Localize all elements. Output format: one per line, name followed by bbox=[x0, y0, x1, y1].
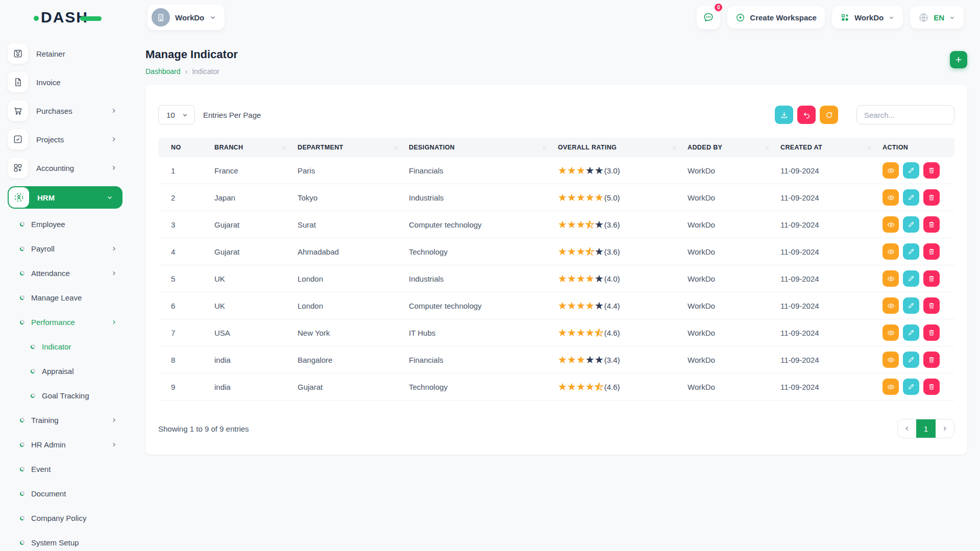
sidebar-item-system-setup[interactable]: System Setup bbox=[8, 530, 122, 551]
table-header-row: NO BRANCH↑↓ DEPARTMENT↑↓ DESIGNATION↑↓ O… bbox=[158, 138, 954, 157]
sort-icon[interactable]: ↑↓ bbox=[282, 145, 285, 151]
page-number-button[interactable]: 1 bbox=[916, 419, 936, 438]
delete-button[interactable] bbox=[923, 324, 940, 341]
table-row: 8 india Bangalore Financials ★★★★★ (3.4)… bbox=[158, 346, 954, 373]
view-button[interactable] bbox=[883, 297, 899, 314]
view-button[interactable] bbox=[883, 216, 899, 233]
view-button[interactable] bbox=[883, 270, 899, 287]
breadcrumb-dashboard-link[interactable]: Dashboard bbox=[145, 67, 181, 76]
header-branch[interactable]: BRANCH↑↓ bbox=[214, 144, 298, 151]
sidebar-item-invoice[interactable]: Invoice bbox=[8, 72, 122, 92]
sidebar-item-indicator[interactable]: Indicator bbox=[8, 334, 122, 359]
breadcrumb-current: Indicator bbox=[192, 67, 219, 76]
view-button[interactable] bbox=[883, 162, 899, 179]
sidebar-item-goal-tracking[interactable]: Goal Tracking bbox=[8, 383, 122, 408]
edit-button[interactable] bbox=[903, 352, 919, 368]
edit-button[interactable] bbox=[903, 297, 919, 314]
edit-button[interactable] bbox=[903, 162, 919, 179]
delete-button[interactable] bbox=[923, 162, 940, 179]
delete-button[interactable] bbox=[923, 352, 940, 368]
cell-added-by: WorkDo bbox=[688, 329, 780, 337]
sidebar-item-employee[interactable]: Employee bbox=[8, 212, 122, 236]
pencil-icon bbox=[907, 302, 915, 310]
edit-button[interactable] bbox=[903, 324, 919, 341]
entries-per-page-label: Entries Per Page bbox=[203, 111, 261, 119]
view-button[interactable] bbox=[883, 352, 899, 368]
view-button[interactable] bbox=[883, 379, 899, 395]
edit-button[interactable] bbox=[903, 270, 919, 287]
search-input[interactable] bbox=[856, 105, 954, 124]
sidebar-item-attendance[interactable]: Attendance bbox=[8, 261, 122, 285]
sort-icon[interactable]: ↑↓ bbox=[543, 145, 546, 151]
edit-button[interactable] bbox=[903, 189, 919, 206]
cell-created-at: 11-09-2024 bbox=[780, 302, 883, 310]
sort-icon[interactable]: ↑↓ bbox=[867, 145, 870, 151]
breadcrumb-separator-icon: › bbox=[185, 67, 188, 76]
table-row: 3 Gujarat Surat Computer technology ★★★★… bbox=[158, 211, 954, 238]
sidebar-item-company-policy[interactable]: Company Policy bbox=[8, 506, 122, 530]
header-created-at[interactable]: CREATED AT↑↓ bbox=[780, 144, 883, 151]
cell-created-at: 11-09-2024 bbox=[780, 329, 883, 337]
sidebar-item-document[interactable]: Document bbox=[8, 481, 122, 506]
view-button[interactable] bbox=[883, 243, 899, 260]
sort-icon[interactable]: ↑↓ bbox=[394, 145, 397, 151]
edit-button[interactable] bbox=[903, 379, 919, 395]
refresh-button[interactable] bbox=[820, 106, 838, 124]
export-button[interactable] bbox=[775, 106, 793, 124]
next-page-button[interactable] bbox=[936, 419, 954, 438]
sort-icon[interactable]: ↑↓ bbox=[765, 145, 768, 151]
bullet-icon bbox=[20, 320, 24, 324]
header-no: NO bbox=[158, 144, 214, 151]
sidebar-item-appraisal[interactable]: Appraisal bbox=[8, 359, 122, 383]
sidebar-item-manage-leave[interactable]: Manage Leave bbox=[8, 285, 122, 310]
sidebar-item-payroll[interactable]: Payroll bbox=[8, 236, 122, 261]
create-workspace-button[interactable]: Create Workspace bbox=[727, 6, 825, 29]
pencil-icon bbox=[907, 247, 915, 256]
delete-button[interactable] bbox=[923, 297, 940, 314]
header-added-by[interactable]: ADDED BY↑↓ bbox=[688, 144, 780, 151]
sidebar-item-accounting[interactable]: Accounting bbox=[8, 158, 122, 178]
view-button[interactable] bbox=[883, 324, 899, 341]
cell-overall-rating: ★★★★★★ (3.6) bbox=[558, 219, 688, 230]
sidebar-item-event[interactable]: Event bbox=[8, 457, 122, 481]
bullet-icon bbox=[20, 540, 24, 545]
pencil-icon bbox=[907, 383, 915, 391]
cell-designation: Technology bbox=[409, 383, 558, 391]
add-indicator-button[interactable] bbox=[950, 51, 967, 68]
view-button[interactable] bbox=[883, 189, 899, 206]
bullet-icon bbox=[20, 246, 24, 251]
workspace-menu-button[interactable]: WorkDo bbox=[832, 6, 903, 29]
messages-button[interactable]: 0 bbox=[697, 6, 720, 29]
previous-page-button[interactable] bbox=[898, 419, 916, 438]
sidebar-item-training[interactable]: Training bbox=[8, 408, 122, 432]
delete-button[interactable] bbox=[923, 243, 940, 260]
header-designation[interactable]: DESIGNATION↑↓ bbox=[409, 144, 558, 151]
cell-added-by: WorkDo bbox=[688, 302, 780, 310]
language-selector[interactable]: EN bbox=[910, 6, 964, 29]
sidebar-item-hr-admin[interactable]: HR Admin bbox=[8, 432, 122, 457]
delete-button[interactable] bbox=[923, 379, 940, 395]
header-overall-rating[interactable]: OVERALL RATING↑↓ bbox=[558, 144, 688, 151]
chevron-down-icon bbox=[888, 14, 895, 21]
sort-icon[interactable]: ↑↓ bbox=[672, 145, 675, 151]
undo-arrow-icon bbox=[802, 111, 811, 119]
sidebar-item-hrm[interactable]: HRM bbox=[8, 186, 122, 209]
sidebar-item-retainer[interactable]: Retainer bbox=[8, 43, 122, 64]
logo[interactable]: DASH bbox=[0, 9, 148, 26]
delete-button[interactable] bbox=[923, 216, 940, 233]
cell-department: Bangalore bbox=[298, 356, 409, 364]
header-department[interactable]: DEPARTMENT↑↓ bbox=[298, 144, 409, 151]
chevron-left-icon bbox=[903, 425, 911, 432]
sidebar-item-purchases[interactable]: Purchases bbox=[8, 101, 122, 121]
sidebar-item-performance[interactable]: Performance bbox=[8, 310, 122, 334]
eye-icon bbox=[887, 356, 895, 364]
delete-button[interactable] bbox=[923, 189, 940, 206]
entries-per-page-select[interactable]: 10 bbox=[158, 105, 195, 124]
trash-icon bbox=[927, 193, 936, 202]
sidebar-item-projects[interactable]: Projects bbox=[8, 129, 122, 149]
workspace-selector[interactable]: WorkDo bbox=[148, 5, 225, 30]
edit-button[interactable] bbox=[903, 243, 919, 260]
edit-button[interactable] bbox=[903, 216, 919, 233]
delete-button[interactable] bbox=[923, 270, 940, 287]
reset-button[interactable] bbox=[797, 106, 816, 124]
